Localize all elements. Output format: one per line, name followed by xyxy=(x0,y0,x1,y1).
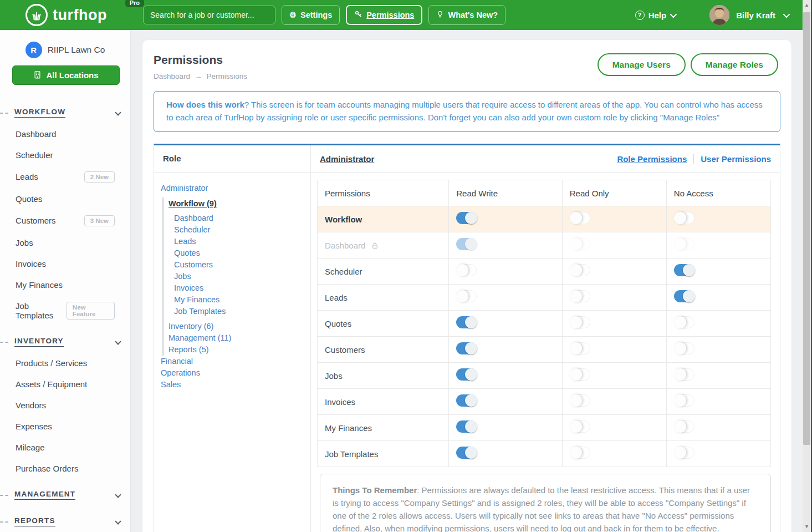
toggle-workflow-read-write[interactable] xyxy=(456,212,477,224)
sidebar-item-products-services[interactable]: Products / Services xyxy=(0,352,130,373)
toggle-quotes-no-access[interactable] xyxy=(674,316,694,328)
user-avatar[interactable] xyxy=(709,5,729,25)
manage-users-button[interactable]: Manage Users xyxy=(597,53,686,76)
permissions-button[interactable]: Permissions xyxy=(346,5,422,25)
manage-roles-button[interactable]: Manage Roles xyxy=(691,53,778,76)
toggle-job-templates-no-access[interactable] xyxy=(674,447,694,459)
permission-row-customers: Customers xyxy=(318,337,771,363)
scrollbar-up-arrow[interactable]: ▲ xyxy=(803,1,811,9)
sidebar-item-my-finances[interactable]: My Finances xyxy=(0,274,130,295)
tree-group-management-11[interactable]: Management (11) xyxy=(168,332,305,344)
chevron-down-icon[interactable] xyxy=(115,338,121,344)
chevron-down-icon[interactable] xyxy=(115,518,121,524)
toggle-jobs-read-only[interactable] xyxy=(570,368,590,381)
logo-wordmark: turfhop xyxy=(53,7,107,24)
all-locations-button[interactable]: All Locations xyxy=(12,65,120,85)
company-row[interactable]: R RIIPL Lawn Co xyxy=(0,42,130,58)
tree-item-dashboard[interactable]: Dashboard xyxy=(174,212,305,224)
tree-item-jobs[interactable]: Jobs xyxy=(174,271,305,282)
toggle-customers-no-access[interactable] xyxy=(674,342,694,354)
toggle-scheduler-no-access[interactable] xyxy=(674,264,694,276)
toggle-job-templates-read-write[interactable] xyxy=(456,447,477,459)
permission-name: Jobs xyxy=(318,363,449,389)
chevron-down-icon[interactable] xyxy=(115,492,121,498)
sidebar-item-quotes[interactable]: Quotes xyxy=(0,188,130,209)
toggle-my-finances-read-write[interactable] xyxy=(456,420,477,433)
tree-group-reports-5[interactable]: Reports (5) xyxy=(168,344,305,356)
tree-item-scheduler[interactable]: Scheduler xyxy=(174,224,305,236)
toggle-invoices-read-only[interactable] xyxy=(570,394,590,407)
tree-item-invoices[interactable]: Invoices xyxy=(174,282,305,294)
permissions-page-card: Permissions Dashboard → Permissions Mana… xyxy=(142,40,791,532)
permission-name: Customers xyxy=(318,337,449,363)
toggle-jobs-no-access[interactable] xyxy=(674,368,694,381)
sidebar-section-workflow[interactable]: WORKFLOW xyxy=(0,102,130,123)
sidebar-item-dashboard[interactable]: Dashboard xyxy=(0,123,130,144)
breadcrumb-current: Permissions xyxy=(207,72,248,80)
tab-divider xyxy=(693,154,694,164)
tree-item-quotes[interactable]: Quotes xyxy=(174,247,305,259)
sidebar-item-jobs[interactable]: Jobs xyxy=(0,232,130,253)
sidebar-item-mileage[interactable]: Mileage xyxy=(0,437,130,458)
toggle-jobs-read-write[interactable] xyxy=(456,368,477,381)
sidebar-item-leads[interactable]: Leads2 New xyxy=(0,165,130,188)
tree-item-customers[interactable]: Customers xyxy=(174,259,305,271)
toggle-scheduler-read-write[interactable] xyxy=(456,264,477,276)
toggle-customers-read-write[interactable] xyxy=(456,342,477,354)
tree-group-inventory-6[interactable]: Inventory (6) xyxy=(168,321,305,332)
toggle-customers-read-only[interactable] xyxy=(570,342,590,354)
sidebar-section-management[interactable]: MANAGEMENT xyxy=(0,484,130,505)
sidebar-section-reports[interactable]: REPORTS xyxy=(0,511,130,532)
toggle-my-finances-no-access[interactable] xyxy=(674,420,694,433)
whats-new-button[interactable]: What's New? xyxy=(428,5,505,25)
sidebar-item-vendors[interactable]: Vendors xyxy=(0,394,130,416)
user-name[interactable]: Billy Kraft xyxy=(736,11,775,20)
company-avatar: R xyxy=(25,42,42,58)
chevron-down-icon[interactable] xyxy=(115,109,121,115)
toggle-job-templates-read-only[interactable] xyxy=(570,447,590,459)
section-dash-icon xyxy=(0,495,8,496)
toggle-invoices-read-write[interactable] xyxy=(456,394,477,407)
company-name: RIIPL Lawn Co xyxy=(48,45,105,55)
key-icon xyxy=(354,10,362,20)
toggle-workflow-read-only[interactable] xyxy=(570,212,590,224)
toggle-scheduler-read-only[interactable] xyxy=(570,264,590,276)
settings-button[interactable]: ⚙ Settings xyxy=(282,5,340,25)
tree-item-my-finances[interactable]: My Finances xyxy=(174,294,305,306)
help-menu[interactable]: ? Help xyxy=(635,11,676,20)
scrollbar-thumb[interactable] xyxy=(803,12,810,445)
toggle-leads-read-only[interactable] xyxy=(570,290,590,302)
tree-item-job-templates[interactable]: Job Templates xyxy=(174,306,305,317)
role-administrator[interactable]: Administrator xyxy=(161,183,305,194)
sidebar-item-job-templates[interactable]: Job TemplatesNew Feature xyxy=(0,295,130,326)
sidebar-item-customers[interactable]: Customers3 New xyxy=(0,209,130,232)
toggle-leads-read-write[interactable] xyxy=(456,290,477,302)
toggle-quotes-read-write[interactable] xyxy=(456,316,477,328)
tree-item-leads[interactable]: Leads xyxy=(174,236,305,247)
toggle-leads-no-access[interactable] xyxy=(674,290,694,302)
breadcrumb-dashboard-link[interactable]: Dashboard xyxy=(154,72,190,80)
toggle-workflow-no-access[interactable] xyxy=(674,212,694,224)
sidebar-item-scheduler[interactable]: Scheduler xyxy=(0,144,130,165)
selected-role-name[interactable]: Administrator xyxy=(320,154,374,164)
user-chevron-down-icon[interactable] xyxy=(783,11,790,18)
toggle-invoices-no-access[interactable] xyxy=(674,394,694,407)
sidebar-item-assets-equipment[interactable]: Assets / Equipment xyxy=(0,373,130,394)
role-sales[interactable]: Sales xyxy=(161,379,305,391)
sidebar-item-expenses[interactable]: Expenses xyxy=(0,416,130,437)
app-logo[interactable]: turfhop Pro xyxy=(25,4,143,26)
scrollbar-down-arrow[interactable]: ▼ xyxy=(803,523,811,531)
vertical-scrollbar[interactable]: ▲ ▼ xyxy=(803,0,811,532)
sidebar-section-inventory[interactable]: INVENTORY xyxy=(0,331,130,352)
tab-user-permissions[interactable]: User Permissions xyxy=(701,154,771,164)
sidebar-item-purchase-orders[interactable]: Purchase Orders xyxy=(0,458,130,479)
role-financial[interactable]: Financial xyxy=(161,356,305,367)
global-search-input[interactable] xyxy=(143,6,275,24)
tab-role-permissions[interactable]: Role Permissions xyxy=(617,154,687,164)
role-operations[interactable]: Operations xyxy=(161,367,305,379)
toggle-quotes-read-only[interactable] xyxy=(570,316,590,328)
permission-name: Dashboard xyxy=(318,232,449,259)
tree-group-workflow[interactable]: Workflow (9) xyxy=(168,197,305,210)
sidebar-item-invoices[interactable]: Invoices xyxy=(0,253,130,274)
toggle-my-finances-read-only[interactable] xyxy=(570,420,590,433)
